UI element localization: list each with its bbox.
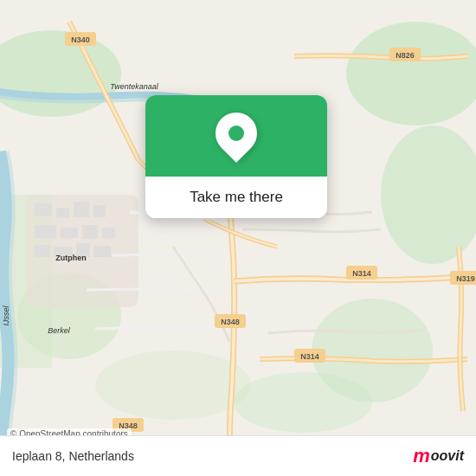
svg-text:Berkel: Berkel: [48, 326, 71, 335]
popup-card: Take me there: [145, 95, 327, 218]
svg-rect-12: [74, 202, 89, 217]
location-pin-icon: [215, 113, 257, 161]
svg-rect-10: [35, 203, 52, 216]
svg-text:Twentekanaal: Twentekanaal: [110, 82, 158, 91]
svg-text:Zutphen: Zutphen: [55, 254, 87, 262]
svg-text:IJssel: IJssel: [2, 306, 10, 326]
moovit-m-letter: m: [413, 445, 429, 467]
svg-point-8: [234, 372, 372, 433]
svg-rect-11: [56, 208, 69, 218]
map-svg: N826 N340 N348 N348 N314 N314 N319 Zutph…: [0, 0, 476, 476]
popup-green-area: [145, 95, 327, 177]
bottom-bar: Ieplaan 8, Netherlands m oovit: [0, 435, 476, 476]
svg-text:N314: N314: [300, 352, 319, 361]
svg-text:N340: N340: [71, 35, 90, 44]
svg-rect-16: [82, 225, 98, 239]
moovit-text: oovit: [431, 448, 464, 464]
moovit-logo: m oovit: [413, 445, 464, 467]
svg-rect-14: [35, 225, 56, 238]
take-me-there-button[interactable]: Take me there: [145, 177, 327, 218]
svg-rect-18: [35, 245, 50, 257]
map-container: N826 N340 N348 N348 N314 N314 N319 Zutph…: [0, 0, 476, 476]
svg-text:N314: N314: [352, 269, 371, 278]
address-text: Ieplaan 8, Netherlands: [12, 449, 134, 463]
svg-text:N826: N826: [396, 51, 415, 60]
svg-text:N348: N348: [221, 318, 240, 326]
svg-rect-15: [61, 228, 78, 238]
svg-text:N319: N319: [456, 274, 475, 283]
svg-rect-17: [102, 228, 115, 238]
svg-rect-21: [93, 246, 111, 257]
svg-rect-13: [93, 205, 106, 217]
